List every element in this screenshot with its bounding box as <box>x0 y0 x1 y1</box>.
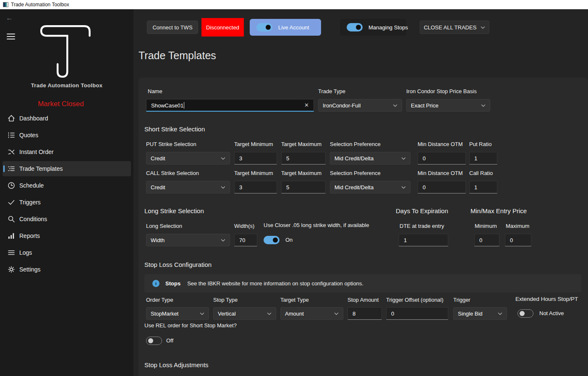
call-pref-label: Selection Preference <box>330 170 381 176</box>
put-pref-label: Selection Preference <box>330 141 381 147</box>
put-ratio-input[interactable]: 1 <box>469 152 497 164</box>
target-type-select[interactable]: Amount <box>280 307 343 320</box>
put-target-min-input[interactable]: 3 <box>234 152 277 164</box>
connect-tws-button[interactable]: Connect to TWS <box>147 21 198 34</box>
chevron-down-icon <box>200 312 204 315</box>
connection-status-badge: Disconnected <box>201 18 244 37</box>
template-form-card: Name ShowCase01 ✕ Trade Type IronCondor-… <box>139 78 588 376</box>
live-account-toggle[interactable] <box>256 23 272 31</box>
bar-chart-icon <box>7 232 16 240</box>
close-all-trades-button[interactable]: CLOSE ALL TRADES <box>420 21 489 34</box>
window-titlebar: Trade Automation Toolbox <box>0 0 588 9</box>
sidebar-item-settings[interactable]: Settings <box>0 261 133 278</box>
clear-input-icon[interactable]: ✕ <box>304 102 309 108</box>
sidebar-item-schedule[interactable]: Schedule <box>0 177 133 194</box>
ext-hours-toggle[interactable] <box>517 309 533 318</box>
stop-price-basis-label: Iron Condor Stop Price Basis <box>406 88 477 94</box>
chevron-down-icon <box>221 157 225 160</box>
put-target-max-input[interactable]: 5 <box>281 152 326 164</box>
put-ratio-label: Put Ratio <box>469 141 491 147</box>
brand-name: Trade Automation Toolbox <box>0 82 133 89</box>
name-input[interactable]: ShowCase01 ✕ <box>146 99 314 112</box>
long-selection-select[interactable]: Width <box>146 234 230 246</box>
rel-order-toggle[interactable] <box>146 337 162 345</box>
chevron-down-icon <box>481 26 485 29</box>
market-status: Market Closed <box>0 100 122 108</box>
trigger-offset-label: Trigger Offset (optional) <box>386 297 444 303</box>
put-target-max-label: Target Maximum <box>281 141 321 147</box>
sidebar-item-conditions[interactable]: Conditions <box>0 211 133 227</box>
dte-heading: Days To Expiration <box>396 207 448 214</box>
stop-type-label: Stop Type <box>213 297 238 303</box>
entry-max-input[interactable]: 0 <box>505 234 531 246</box>
chevron-down-icon <box>334 312 339 315</box>
rel-order-label: Use REL order for Short Stop Market? <box>144 322 237 329</box>
text-caret <box>184 102 184 109</box>
instant-order-icon <box>7 148 16 156</box>
brand-logo <box>35 20 95 80</box>
managing-stops-toggle[interactable] <box>347 23 363 31</box>
banner-text: See the IBKR website for more informatio… <box>187 280 363 287</box>
log-lines-icon <box>7 248 16 257</box>
long-selection-label: Long Selection <box>146 223 182 229</box>
widths-input[interactable]: 70 <box>234 234 257 246</box>
call-target-max-input[interactable]: 5 <box>281 181 326 193</box>
call-pref-select[interactable]: Mid Credit/Delta <box>330 181 410 193</box>
page-title: Trade Templates <box>139 50 216 62</box>
call-ratio-input[interactable]: 1 <box>469 181 497 193</box>
dte-label: DTE at trade entry <box>400 223 444 229</box>
sidebar-nav: Dashboard Quotes Instant Order Trade Tem… <box>0 110 133 278</box>
sidebar: ← Trade Automation Toolbox Market Closed… <box>0 9 133 376</box>
hamburger-menu-icon[interactable] <box>7 32 15 41</box>
checkmark-icon <box>7 198 16 206</box>
order-type-label: Order Type <box>146 297 173 303</box>
sidebar-item-triggers[interactable]: Triggers <box>0 194 133 211</box>
widths-label: Width(s) <box>234 223 254 229</box>
stop-amount-input[interactable]: 8 <box>348 307 382 320</box>
put-pref-select[interactable]: Mid Credit/Delta <box>330 152 410 164</box>
stop-type-select[interactable]: Vertical <box>213 307 276 320</box>
stop-loss-heading: Stop Loss Configuration <box>144 261 212 268</box>
put-selection-select[interactable]: Credit <box>146 152 230 164</box>
sidebar-item-dashboard[interactable]: Dashboard <box>0 110 133 127</box>
chevron-down-icon <box>267 312 272 315</box>
short-strike-heading: Short Strike Selection <box>144 125 205 133</box>
sidebar-item-reports[interactable]: Reports <box>0 227 133 244</box>
chevron-down-icon <box>221 186 225 189</box>
sidebar-item-trade-templates[interactable]: Trade Templates <box>0 160 133 177</box>
back-arrow-icon[interactable]: ← <box>6 14 13 21</box>
call-min-otm-input[interactable]: 0 <box>418 181 466 193</box>
app-icon <box>3 2 8 7</box>
stop-amount-label: Stop Amount <box>348 297 379 303</box>
banner-title: Stops <box>165 280 180 287</box>
name-label: Name <box>148 88 162 94</box>
live-account-toggle-group[interactable]: Live Account <box>250 19 321 36</box>
entry-max-label: Maximum <box>506 223 529 229</box>
window-title: Trade Automation Toolbox <box>11 2 69 8</box>
stop-price-basis-select[interactable]: Exact Price <box>406 99 490 112</box>
sidebar-item-quotes[interactable]: Quotes <box>0 127 133 144</box>
entry-min-input[interactable]: 0 <box>474 234 499 246</box>
clock-icon <box>7 181 16 190</box>
closer-width-toggle[interactable] <box>264 236 280 244</box>
trade-type-select[interactable]: IronCondor-Full <box>318 99 402 112</box>
managing-stops-toggle-group[interactable]: Managing Stops <box>340 19 406 36</box>
info-icon: i <box>152 280 159 287</box>
search-icon <box>7 215 16 223</box>
put-min-otm-input[interactable]: 0 <box>418 152 466 164</box>
sidebar-item-instant-order[interactable]: Instant Order <box>0 144 133 160</box>
trigger-select[interactable]: Single Bid <box>453 307 507 320</box>
quotes-list-icon <box>7 131 16 139</box>
dte-input[interactable]: 1 <box>399 234 448 246</box>
call-target-max-label: Target Maximum <box>281 170 321 176</box>
call-selection-label: CALL Strike Selection <box>146 170 199 176</box>
call-target-min-input[interactable]: 3 <box>234 181 277 193</box>
trigger-offset-input[interactable]: 0 <box>386 307 448 320</box>
home-icon <box>7 114 16 123</box>
entry-min-label: Minimum <box>475 223 497 229</box>
order-type-select[interactable]: StopMarket <box>146 307 209 320</box>
main-content: Connect to TWS Disconnected Live Account… <box>133 9 588 376</box>
sidebar-item-logs[interactable]: Logs <box>0 244 133 261</box>
call-selection-select[interactable]: Credit <box>146 181 230 193</box>
call-ratio-label: Call Ratio <box>469 170 493 176</box>
